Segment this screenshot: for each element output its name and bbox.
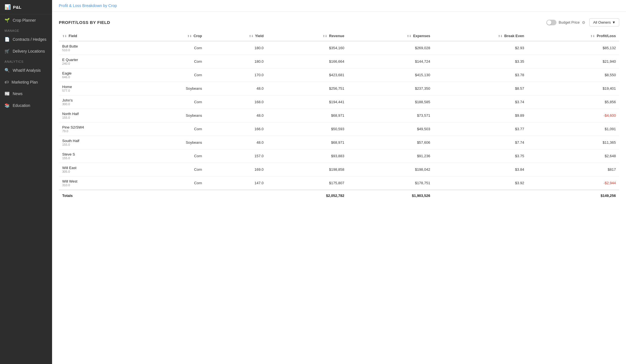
cell-expenses: $73,571 — [348, 109, 433, 122]
breadcrumb: Profit & Loss Breakdown by Crop — [52, 0, 626, 12]
cell-crop: Corn — [140, 95, 205, 109]
breadcrumb-link[interactable]: Profit & Loss Breakdown by Crop — [59, 3, 117, 8]
field-name: Home — [62, 85, 137, 89]
cell-expenses: $91,236 — [348, 149, 433, 163]
field-acres: 577.0 — [62, 89, 137, 92]
field-name: North Half — [62, 112, 137, 116]
cell-expenses: $57,606 — [348, 136, 433, 149]
marketing-icon: 🏷 — [5, 80, 9, 84]
sidebar-section-analytics: ANALYTICS — [0, 57, 52, 64]
cell-break-even: $9.89 — [433, 109, 527, 122]
sort-icon-field: ⬆⬇ — [62, 35, 67, 38]
sidebar-logo[interactable]: 📊 P&L — [0, 0, 52, 14]
logo-icon: 📊 — [5, 4, 11, 10]
sort-icon-profit-loss: ⬆⬇ — [590, 35, 595, 38]
cell-yield: 48.0 — [205, 136, 267, 149]
table-row: Eagle 646.0 Corn 170.0 $423,681 $415,130… — [59, 68, 619, 82]
cell-field: Eagle 646.0 — [59, 68, 140, 82]
field-name: Steve S — [62, 152, 137, 156]
cell-expenses: $144,724 — [348, 55, 433, 68]
sidebar-item-marketing-plan[interactable]: 🏷 Marketing Plan — [0, 76, 52, 88]
col-crop[interactable]: ⬆⬇ Crop — [140, 31, 205, 41]
cell-expenses: $237,350 — [348, 82, 433, 95]
sidebar-item-delivery-locations[interactable]: 🛒 Delivery Locations — [0, 45, 52, 57]
content-area: PROFIT/LOSS BY FIELD Budget Price ⚙ All … — [52, 12, 626, 208]
col-profit-loss[interactable]: ⬆⬇ Profit/Loss — [527, 31, 619, 41]
sort-icon-revenue: ⬆⬇ — [323, 35, 327, 38]
cell-field: John's 300.0 — [59, 95, 140, 109]
cell-yield: 180.0 — [205, 55, 267, 68]
sidebar-item-news[interactable]: 📰 News — [0, 88, 52, 100]
col-revenue[interactable]: ⬆⬇ Revenue — [267, 31, 348, 41]
sidebar-item-label: News — [13, 91, 23, 96]
table-row: Pine S2/SW4 79.0 Corn 166.0 $50,593 $49,… — [59, 122, 619, 136]
cell-crop: Corn — [140, 55, 205, 68]
field-acres: 646.0 — [62, 75, 137, 79]
cell-field: Will East 305.0 — [59, 163, 140, 176]
field-name: Will East — [62, 166, 137, 170]
what-if-icon: 🔍 — [5, 68, 10, 73]
cell-revenue: $68,971 — [267, 109, 348, 122]
cell-yield: 48.0 — [205, 82, 267, 95]
main-content: Profit & Loss Breakdown by Crop PROFIT/L… — [52, 0, 626, 364]
cell-yield: 157.0 — [205, 149, 267, 163]
cell-crop: Corn — [140, 149, 205, 163]
col-break-even-label: Break Even — [504, 34, 524, 38]
education-icon: 📚 — [5, 103, 10, 108]
cell-break-even: $3.78 — [433, 68, 527, 82]
sidebar-item-crop-planner[interactable]: 🌱 Crop Planner — [0, 14, 52, 26]
cell-break-even: $3.77 — [433, 122, 527, 136]
table-row: Will East 305.0 Corn 169.0 $198,858 $198… — [59, 163, 619, 176]
budget-price-switch[interactable] — [546, 20, 556, 25]
cell-crop: Soybeans — [140, 82, 205, 95]
field-name: Pine S2/SW4 — [62, 125, 137, 129]
cell-profit-loss: -$4,600 — [527, 109, 619, 122]
col-expenses[interactable]: ⬆⬇ Expenses — [348, 31, 433, 41]
sidebar-item-education[interactable]: 📚 Education — [0, 100, 52, 111]
sidebar-section-manage: MANAGE — [0, 26, 52, 33]
table-row: South Half 155.0 Soybeans 48.0 $68,971 $… — [59, 136, 619, 149]
totals-revenue: $2,052,782 — [267, 190, 348, 201]
cell-profit-loss: $2,648 — [527, 149, 619, 163]
col-yield[interactable]: ⬆⬇ Yield — [205, 31, 267, 41]
table-row: John's 300.0 Corn 168.0 $194,441 $188,58… — [59, 95, 619, 109]
controls: Budget Price ⚙ All Owners ▼ — [546, 18, 619, 26]
totals-crop — [140, 190, 205, 201]
cell-profit-loss: $19,401 — [527, 82, 619, 95]
sidebar-item-contracts-hedges[interactable]: 📄 Contracts / Hedges — [0, 33, 52, 45]
cell-profit-loss: $85,132 — [527, 41, 619, 55]
sidebar-logo-label: P&L — [13, 5, 21, 10]
cell-profit-loss: $11,365 — [527, 136, 619, 149]
totals-profit-loss: $149,256 — [527, 190, 619, 201]
col-break-even[interactable]: ⬆⬇ Break Even — [433, 31, 527, 41]
cell-crop: Corn — [140, 68, 205, 82]
sidebar-item-label: Education — [13, 103, 30, 108]
cell-field: Steve S 155.0 — [59, 149, 140, 163]
sidebar-item-label: What/If Analysis — [13, 68, 41, 73]
col-yield-label: Yield — [255, 34, 264, 38]
field-acres: 155.0 — [62, 116, 137, 119]
cell-crop: Soybeans — [140, 136, 205, 149]
cell-profit-loss: -$2,944 — [527, 176, 619, 190]
table-row: Home 577.0 Soybeans 48.0 $256,751 $237,3… — [59, 82, 619, 95]
field-name: Eagle — [62, 71, 137, 75]
field-name: John's — [62, 98, 137, 102]
col-field[interactable]: ⬆⬇ Field — [59, 31, 140, 41]
table-row: E Quarter 240.0 Corn 180.0 $166,664 $144… — [59, 55, 619, 68]
cell-expenses: $178,751 — [348, 176, 433, 190]
field-acres: 305.0 — [62, 170, 137, 173]
all-owners-button[interactable]: All Owners ▼ — [589, 18, 619, 26]
sidebar-item-label: Marketing Plan — [12, 80, 38, 84]
table-foot: Totals $2,052,782 $1,903,526 $149,256 — [59, 190, 619, 201]
table-body: Bull Butte 510.0 Corn 180.0 $354,160 $26… — [59, 41, 619, 190]
field-acres: 300.0 — [62, 102, 137, 106]
cell-break-even: $7.74 — [433, 136, 527, 149]
col-revenue-label: Revenue — [329, 34, 344, 38]
gear-icon[interactable]: ⚙ — [582, 20, 585, 25]
budget-price-label: Budget Price — [559, 20, 580, 24]
sort-icon-expenses: ⬆⬇ — [407, 35, 411, 38]
sidebar-item-what-if[interactable]: 🔍 What/If Analysis — [0, 64, 52, 76]
cell-yield: 166.0 — [205, 122, 267, 136]
cell-crop: Soybeans — [140, 109, 205, 122]
cell-revenue: $166,664 — [267, 55, 348, 68]
